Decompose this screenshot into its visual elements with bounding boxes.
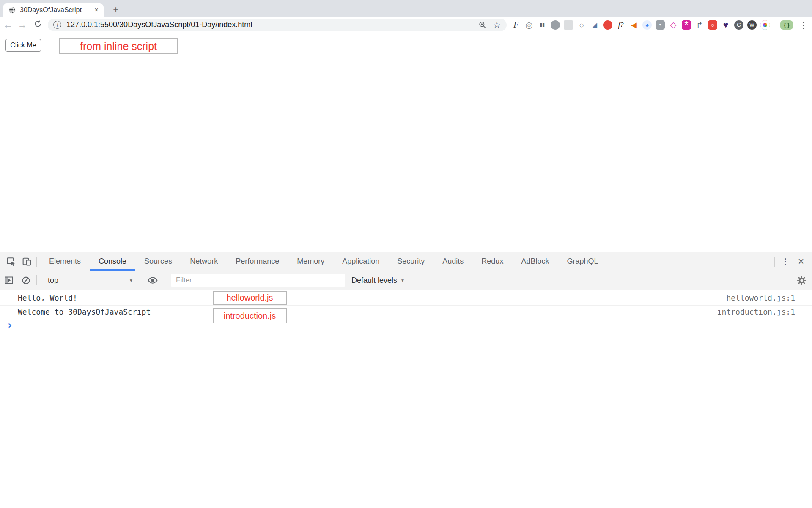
- browser-toolbar: ← → i 127.0.0.1:5500/30DaysOfJavaScript/…: [0, 17, 812, 33]
- console-settings-gear-icon[interactable]: [795, 274, 808, 287]
- console-output: Hello, World! helloworld.js:1 Welcome to…: [0, 290, 812, 335]
- camera-icon[interactable]: ●: [656, 20, 665, 30]
- back-icon[interactable]: ←: [2, 20, 14, 30]
- log-levels-dropdown[interactable]: Default levels ▼: [351, 276, 405, 285]
- console-source-link[interactable]: helloworld.js:1: [726, 293, 795, 302]
- console-message-text: Welcome to 30DaysOfJavaScript: [18, 307, 151, 316]
- tab-console[interactable]: Console: [90, 252, 135, 271]
- device-toolbar-icon[interactable]: [20, 255, 33, 268]
- devtools-tab-bar: Elements Console Sources Network Perform…: [0, 252, 812, 271]
- zoom-page-icon[interactable]: [478, 21, 487, 29]
- reload-icon[interactable]: [31, 19, 44, 30]
- tab-sources[interactable]: Sources: [135, 252, 181, 271]
- tab-network[interactable]: Network: [181, 252, 227, 271]
- typography-f-icon[interactable]: F: [511, 20, 521, 30]
- target-circle-icon[interactable]: ◎: [524, 20, 534, 30]
- tab-adblock[interactable]: AdBlock: [512, 252, 558, 271]
- globe-favicon-icon: [8, 6, 16, 14]
- chevron-down-icon: ▼: [401, 278, 405, 283]
- log-levels-label: Default levels: [351, 276, 397, 285]
- page-content: Click Me from inline script: [0, 33, 812, 251]
- annotation-helloworld: helloworld.js: [213, 291, 287, 305]
- console-source-link[interactable]: introduction.js:1: [717, 307, 795, 316]
- bent-arrow-icon[interactable]: ↱: [695, 20, 704, 30]
- browser-tab[interactable]: 30DaysOfJavaScript ×: [3, 3, 104, 17]
- devtools-menu-icon[interactable]: ⋮: [778, 257, 793, 266]
- bug-icon[interactable]: [551, 20, 560, 30]
- tab-graphql[interactable]: GraphQL: [558, 252, 607, 271]
- context-selector-value: top: [48, 276, 129, 285]
- pause-bars-icon[interactable]: ▮▮: [538, 20, 547, 30]
- ghost-circle-icon[interactable]: G: [734, 20, 743, 30]
- tab-audits[interactable]: Audits: [433, 252, 472, 271]
- w-circle-icon[interactable]: W: [747, 20, 757, 30]
- grid-flower-icon[interactable]: [564, 20, 573, 30]
- gear-square-icon[interactable]: *: [682, 20, 691, 30]
- blue-swirl-icon[interactable]: ◕: [642, 20, 652, 30]
- dashed-circle-icon[interactable]: ○: [577, 20, 586, 30]
- color-wheel-icon[interactable]: [760, 20, 770, 30]
- eyedropper-icon[interactable]: ◢: [590, 20, 599, 30]
- console-prompt[interactable]: ›: [0, 318, 812, 335]
- url-text[interactable]: 127.0.0.1:5500/30DaysOfJavaScript/01-Day…: [66, 20, 478, 29]
- json-braces-icon[interactable]: { }: [780, 20, 793, 30]
- live-expression-eye-icon[interactable]: [146, 274, 159, 287]
- tab-memory[interactable]: Memory: [288, 252, 333, 271]
- tab-title: 30DaysOfJavaScript: [20, 6, 94, 14]
- extensions-divider: [775, 20, 775, 30]
- chrome-menu-icon[interactable]: ⋮: [799, 20, 808, 30]
- browser-window: 30DaysOfJavaScript × + ← → i 127.0.0.1:5…: [0, 0, 812, 508]
- console-message-text: Hello, World!: [18, 293, 77, 302]
- address-bar[interactable]: i 127.0.0.1:5500/30DaysOfJavaScript/01-D…: [48, 19, 507, 31]
- page-info-icon[interactable]: i: [53, 21, 61, 29]
- tab-application[interactable]: Application: [333, 252, 388, 271]
- inspect-element-icon[interactable]: [4, 255, 17, 268]
- extensions-row: F◎▮▮○◢f?◀◕●◇*↱○♥GW{ }: [511, 20, 793, 30]
- annotation-introduction: introduction.js: [213, 308, 287, 323]
- chevron-down-icon: ▼: [129, 278, 133, 283]
- red-ring-square-icon[interactable]: ○: [708, 20, 717, 30]
- inline-script-annotation: from inline script: [59, 38, 178, 54]
- console-message-row: Hello, World! helloworld.js:1: [0, 290, 812, 306]
- click-me-button[interactable]: Click Me: [5, 39, 41, 52]
- devtools-close-icon[interactable]: ×: [793, 255, 809, 268]
- console-message-row: Welcome to 30DaysOfJavaScript introducti…: [0, 306, 812, 318]
- devtools-panel: Elements Console Sources Network Perform…: [0, 252, 812, 508]
- atom-outline-icon[interactable]: ◇: [669, 20, 678, 30]
- tab-security[interactable]: Security: [388, 252, 433, 271]
- tab-redux[interactable]: Redux: [472, 252, 512, 271]
- forward-icon[interactable]: →: [16, 20, 29, 30]
- prompt-chevron-icon: ›: [6, 319, 13, 331]
- stop-hand-icon[interactable]: [603, 20, 612, 30]
- megaphone-icon[interactable]: ◀: [629, 20, 639, 30]
- console-sidebar-toggle-icon[interactable]: [3, 274, 15, 287]
- bookmark-star-icon[interactable]: ☆: [493, 20, 501, 29]
- tab-close-icon[interactable]: ×: [94, 6, 99, 14]
- tab-performance[interactable]: Performance: [227, 252, 288, 271]
- browser-tab-strip: 30DaysOfJavaScript × +: [0, 0, 812, 17]
- console-toolbar: top ▼ Default levels ▼: [0, 271, 812, 290]
- context-selector[interactable]: top ▼: [42, 276, 137, 285]
- fx-question-icon[interactable]: f?: [616, 20, 625, 30]
- clear-console-icon[interactable]: [19, 274, 32, 287]
- tab-elements[interactable]: Elements: [40, 252, 90, 271]
- console-filter-input[interactable]: [171, 274, 345, 287]
- heart-magnifier-icon[interactable]: ♥: [721, 20, 730, 30]
- new-tab-button[interactable]: +: [109, 3, 123, 17]
